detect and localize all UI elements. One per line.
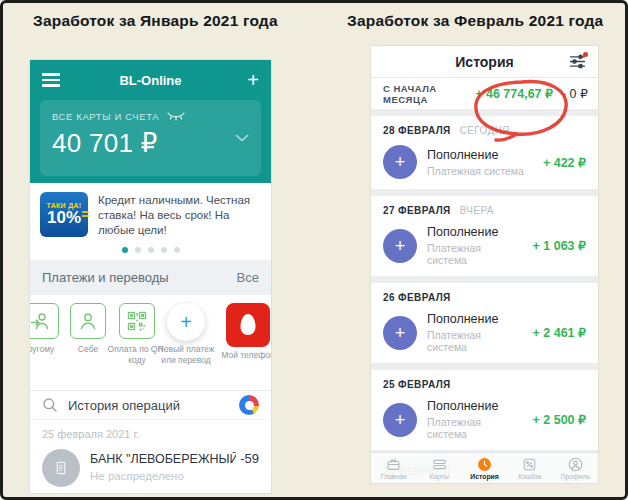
payments-section-header: Платежи и переводы Все [30, 260, 271, 295]
tab-label: Профиль [561, 473, 590, 480]
tab-label: Карты [429, 473, 448, 480]
day-date: 27 ФЕВРАЛЯ [383, 205, 451, 216]
history-day-card: 27 ФЕВРАЛЯВЧЕРА + Пополнение Платежная с… [371, 196, 598, 276]
clock-icon [477, 457, 492, 472]
history-day-card: 25 ФЕВРАЛЯ + Пополнение Платежная систем… [371, 370, 598, 450]
chevron-down-icon[interactable] [235, 134, 249, 142]
tab-label: История [470, 473, 498, 480]
tab-history[interactable]: История [462, 457, 507, 480]
history-date-label: 25 февраля 2021 г. [30, 420, 271, 443]
caption-february: Заработок за Февраль 2021 года [347, 12, 603, 30]
caption-january: Заработок за Январь 2021 года [33, 12, 278, 30]
notification-dot [583, 52, 588, 57]
qr-icon [119, 303, 155, 339]
analytics-donut-icon[interactable] [239, 395, 259, 415]
day-tag: СЕГОДНЯ [460, 125, 510, 136]
briefcase-icon [386, 457, 401, 472]
payment-item-my-phone[interactable]: Мой телефон [218, 303, 271, 361]
percent-icon [522, 457, 537, 472]
person-arrow-icon [30, 303, 59, 339]
topup-plus-icon: + [383, 403, 417, 437]
promo-badge-percent: 10% [47, 209, 81, 227]
history-list: 28 ФЕВРАЛЯСЕГОДНЯ + Пополнение Платежная… [371, 116, 598, 483]
promo-text: Кредит наличными. Честная ставка! На вес… [98, 193, 261, 239]
day-date: 26 ФЕВРАЛЯ [383, 292, 451, 303]
transaction-subtitle: Платежная система [427, 165, 533, 177]
app-header: BL-Online + ВСЕ КАРТЫ И СЧЕТА 40 701 ₽ [30, 60, 271, 183]
balance-label: ВСЕ КАРТЫ И СЧЕТА [52, 111, 159, 122]
cards-icon [432, 457, 447, 472]
transaction-row[interactable]: БАНК "ЛЕВОБЕРЕЖНЫЙ" (П -59 Не распределе… [30, 443, 271, 493]
transaction-title: Пополнение [427, 148, 533, 162]
history-search-label: История операций [68, 398, 229, 413]
bl-online-home-screenshot: BL-Online + ВСЕ КАРТЫ И СЧЕТА 40 701 ₽ [30, 60, 271, 493]
carousel-dots[interactable] [30, 247, 271, 253]
history-day-card: 26 ФЕВРАЛЯ + Пополнение Платежная систем… [371, 283, 598, 363]
transaction-amount: + 2 500 ₽ [533, 412, 586, 427]
profile-icon [568, 457, 583, 472]
bottom-tab-bar: Главная Карты История [371, 452, 598, 483]
payment-shortcuts-row: ругому Себе [30, 295, 271, 390]
menu-icon[interactable] [42, 73, 62, 86]
tab-profile[interactable]: Профиль [553, 457, 598, 480]
transaction-subtitle: Не распределено [90, 470, 259, 482]
payment-item-label: Мой телефон [221, 350, 271, 361]
history-transaction[interactable]: + Пополнение Платежная система + 1 063 ₽ [383, 225, 586, 266]
plus-circle-icon: + [167, 303, 205, 341]
transaction-amount: -59 [240, 451, 259, 466]
transaction-subtitle: Платежная система [427, 416, 523, 440]
day-date: 28 ФЕВРАЛЯ [383, 125, 451, 136]
transaction-amount: + 422 ₽ [543, 155, 586, 170]
history-transaction[interactable]: + Пополнение Платежная система + 422 ₽ [383, 145, 586, 179]
eye-closed-icon[interactable] [167, 112, 185, 121]
topup-plus-icon: + [383, 316, 417, 350]
payment-item-label: Новый платеж или перевод [154, 344, 218, 365]
history-transaction[interactable]: + Пополнение Платежная система + 2 461 ₽ [383, 312, 586, 353]
document-icon [42, 449, 80, 487]
tab-cashback[interactable]: Кэшбэк [507, 457, 552, 480]
day-tag: ВЧЕРА [460, 205, 494, 216]
transaction-amount: + 2 461 ₽ [533, 325, 586, 340]
payment-item-label: Себе [78, 344, 98, 355]
summary-label: С НАЧАЛА МЕСЯЦА [383, 83, 475, 105]
tab-home[interactable]: Главная [371, 457, 416, 480]
person-icon [70, 303, 106, 339]
tab-label: Кэшбэк [518, 473, 541, 480]
promo-badge: ТАКИ ДА! 10% [40, 192, 88, 237]
payments-all-link[interactable]: Все [237, 270, 259, 285]
history-day-card: 28 ФЕВРАЛЯСЕГОДНЯ + Пополнение Платежная… [371, 116, 598, 189]
topup-plus-icon: + [383, 229, 417, 263]
history-title: История [455, 54, 513, 70]
transaction-title: Пополнение [427, 312, 523, 326]
payment-item-new-payment[interactable]: + Новый платеж или перевод [154, 303, 218, 365]
topup-plus-icon: + [383, 145, 417, 179]
transaction-subtitle: Платежная система [427, 242, 523, 266]
add-icon[interactable]: + [239, 70, 259, 90]
promo-banner[interactable]: ТАКИ ДА! 10% Кредит наличными. Честная с… [30, 183, 271, 260]
tab-cards[interactable]: Карты [416, 457, 461, 480]
egg-icon [226, 303, 270, 347]
comparison-collage: Заработок за Январь 2021 года Заработок … [0, 0, 628, 500]
filter-icon[interactable] [569, 54, 586, 73]
month-summary-row: С НАЧАЛА МЕСЯЦА + 46 774,67 ₽ - 0 ₽ [371, 78, 598, 109]
app-title: BL-Online [62, 73, 239, 88]
balance-card[interactable]: ВСЕ КАРТЫ И СЧЕТА 40 701 ₽ [40, 100, 261, 176]
transaction-subtitle: Платежная система [427, 329, 523, 353]
transaction-title: Пополнение [427, 399, 523, 413]
summary-income: + 46 774,67 ₽ [475, 86, 553, 101]
search-icon [42, 397, 58, 413]
summary-expense: - 0 ₽ [562, 86, 588, 101]
history-screenshot: История С НАЧАЛА МЕСЯЦА + 46 774,67 ₽ - … [371, 46, 598, 483]
history-search-row[interactable]: История операций [30, 390, 271, 420]
day-date: 25 ФЕВРАЛЯ [383, 379, 451, 390]
balance-amount: 40 701 ₽ [52, 128, 249, 159]
tab-label: Главная [381, 473, 407, 480]
transaction-amount: + 1 063 ₽ [533, 238, 586, 253]
payments-title: Платежи и переводы [42, 270, 169, 285]
payment-item-label: ругому [30, 344, 54, 355]
history-transaction[interactable]: + Пополнение Платежная система + 2 500 ₽ [383, 399, 586, 440]
history-header: История [371, 46, 598, 78]
transaction-title: БАНК "ЛЕВОБЕРЕЖНЫЙ" (П [90, 452, 236, 466]
transaction-title: Пополнение [427, 225, 523, 239]
